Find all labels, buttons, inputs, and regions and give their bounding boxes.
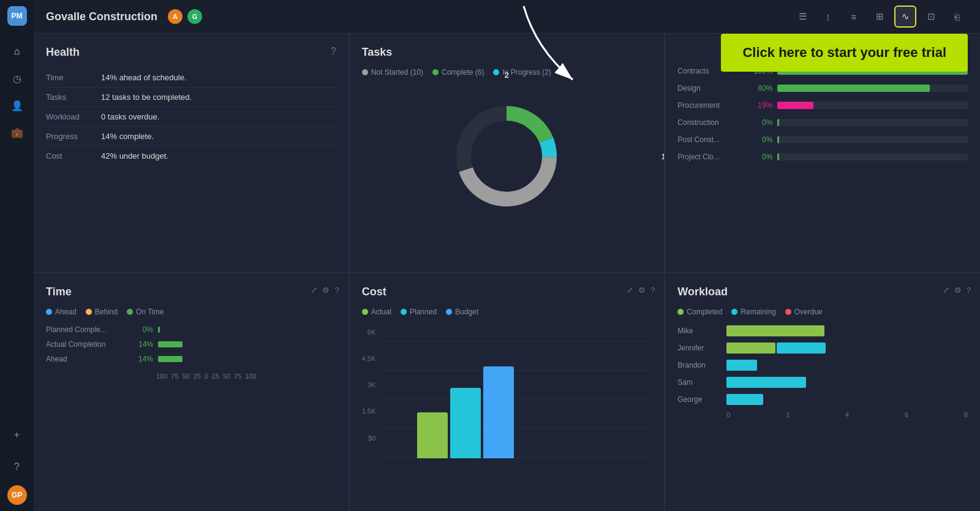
cost-legend: Actual Planned Budget — [362, 308, 652, 316]
health-row-workload: Workload 0 tasks overdue. — [46, 107, 336, 127]
main-grid: Health ? Time 14% ahead of schedule. Tas… — [34, 34, 980, 511]
sidebar-item-add[interactable]: + — [6, 424, 28, 446]
workload-gear-icon[interactable]: ⚙ — [954, 286, 962, 295]
health-label-progress: Progress — [46, 132, 101, 141]
workload-axis-0: 0 — [726, 411, 730, 418]
toolbar-file-btn[interactable]: ⎗ — [946, 6, 968, 28]
toolbar-list-btn[interactable]: ☰ — [791, 6, 813, 28]
bar-pct-post-const: 0% — [745, 135, 772, 144]
toolbar-rows-btn[interactable]: ≡ — [843, 6, 865, 28]
bar-fill-construction — [777, 119, 779, 126]
health-row-cost: Cost 42% under budget. — [46, 146, 336, 165]
workload-expand-icon[interactable]: ⤢ — [943, 286, 949, 295]
workload-row-brandon: Brandon — [677, 360, 968, 371]
health-value-progress: 14% complete. — [101, 132, 154, 141]
cost-bars-area — [380, 342, 652, 458]
time-expand-icon[interactable]: ⤢ — [311, 286, 317, 295]
bar-label-construction: Construction — [677, 118, 745, 127]
cost-panel: Cost ⤢ ⚙ ? Actual Planned Budget 6K 4.5K — [350, 273, 665, 512]
time-bar-row-planned: Planned Comple... 0% — [46, 325, 336, 334]
free-trial-banner[interactable]: Click here to start your free trial — [721, 34, 968, 72]
workload-legend-label-overdue: Overdue — [794, 308, 823, 316]
time-axis-75r: 75 — [234, 373, 241, 380]
toolbar-columns-btn[interactable]: ⫶ — [817, 6, 839, 28]
cost-y-axis: 6K 4.5K 3K 1.5K $0 — [362, 325, 376, 442]
cost-dot-budget — [446, 309, 452, 315]
toolbar-grid-btn[interactable]: ⊞ — [869, 6, 891, 28]
health-row-progress: Progress 14% complete. — [46, 127, 336, 146]
bar-label-design: Design — [677, 84, 745, 93]
page-title: Govalle Construction — [46, 10, 157, 23]
cost-chart-area: 6K 4.5K 3K 1.5K $0 — [362, 325, 652, 460]
toolbar-calendar-btn[interactable]: ⊡ — [920, 6, 942, 28]
workload-legend-label-completed: Completed — [687, 308, 722, 316]
cost-legend-label-budget: Budget — [455, 308, 478, 316]
time-bar-fill-ahead — [158, 356, 183, 362]
legend-in-progress: In Progress (2) — [493, 68, 551, 77]
time-axis-50r: 50 — [223, 373, 230, 380]
sidebar-item-briefcase[interactable]: 💼 — [6, 121, 28, 143]
cost-y-1-5k: 1.5K — [362, 407, 376, 415]
cost-expand-icon[interactable]: ⤢ — [627, 286, 633, 295]
health-label-cost: Cost — [46, 151, 101, 161]
bar-pct-design: 80% — [745, 84, 772, 93]
bar-label-post-const: Post Const... — [677, 135, 745, 144]
donut-label-right: 10 — [662, 152, 664, 161]
workload-legend: Completed Remaining Overdue — [677, 308, 968, 316]
workload-name-jennifer: Jennifer — [677, 344, 726, 352]
time-help-icon[interactable]: ? — [334, 286, 339, 295]
cost-y-6k: 6K — [362, 328, 376, 336]
sidebar-item-clock[interactable]: ◷ — [6, 67, 28, 89]
bar-row-procurement: Procurement 19% — [677, 101, 968, 110]
bar-row-post-const: Post Const... 0% — [677, 135, 968, 144]
donut-svg — [445, 95, 568, 218]
workload-dot-overdue — [785, 309, 791, 315]
time-bar-pct-ahead: 14% — [126, 355, 153, 363]
cost-legend-planned: Planned — [401, 308, 437, 316]
time-bar-label-planned: Planned Comple... — [46, 325, 126, 334]
workload-legend-overdue: Overdue — [785, 308, 823, 316]
cost-bars-wrapper — [380, 325, 652, 460]
workload-rows-list: Mike Jennifer Brandon Sam — [677, 325, 968, 405]
health-row-tasks: Tasks 12 tasks to be completed. — [46, 88, 336, 107]
workload-row-jennifer: Jennifer — [677, 343, 968, 354]
legend-dot-in-progress — [493, 69, 499, 75]
health-value-tasks: 12 tasks to be completed. — [101, 93, 192, 102]
cost-dot-actual — [362, 309, 368, 315]
health-help-icon[interactable]: ? — [331, 46, 336, 57]
bar-row-project-clo: Project Clo... 0% — [677, 153, 968, 161]
cost-legend-label-planned: Planned — [410, 308, 437, 316]
cost-y-3k: 3K — [362, 381, 376, 388]
time-axis-0: 0 — [205, 373, 208, 380]
sidebar-user-avatar[interactable]: GP — [7, 485, 27, 505]
app-logo[interactable]: PM — [7, 6, 27, 26]
sidebar-item-users[interactable]: 👤 — [6, 94, 28, 116]
cost-gear-icon[interactable]: ⚙ — [638, 286, 646, 295]
sidebar-item-home[interactable]: ⌂ — [6, 40, 28, 62]
health-label-time: Time — [46, 73, 101, 82]
time-axis-50l: 50 — [182, 373, 189, 380]
time-bar-fill-actual — [158, 341, 183, 347]
time-gear-icon[interactable]: ⚙ — [322, 286, 330, 295]
legend-label-not-started: Not Started (10) — [371, 68, 423, 77]
cost-help-icon[interactable]: ? — [650, 286, 655, 295]
workload-help-icon[interactable]: ? — [967, 286, 971, 295]
donut-chart — [445, 95, 568, 218]
time-panel: Time ⤢ ⚙ ? Ahead Behind On Time Planned … — [34, 273, 349, 512]
cost-legend-label-actual: Actual — [371, 308, 391, 316]
legend-not-started: Not Started (10) — [362, 68, 423, 77]
workload-axis-4: 4 — [845, 411, 849, 418]
sidebar-item-help[interactable]: ? — [6, 456, 28, 478]
toolbar-chart-btn[interactable]: ∿ — [894, 6, 916, 28]
bar-fill-procurement — [777, 102, 813, 109]
header: Govalle Construction A G ☰ ⫶ ≡ ⊞ ∿ ⊡ ⎗ — [34, 0, 980, 34]
cost-legend-actual: Actual — [362, 308, 391, 316]
workload-axis-6: 6 — [905, 411, 908, 418]
time-bar-label-actual: Actual Completion — [46, 340, 126, 349]
time-legend-on-time: On Time — [127, 308, 164, 316]
workload-bars-brandon — [726, 360, 968, 371]
workload-axis-2: 2 — [786, 411, 790, 418]
legend-dot-complete — [432, 69, 439, 75]
time-bar-pct-actual: 14% — [126, 340, 153, 349]
health-value-cost: 42% under budget. — [101, 151, 168, 161]
